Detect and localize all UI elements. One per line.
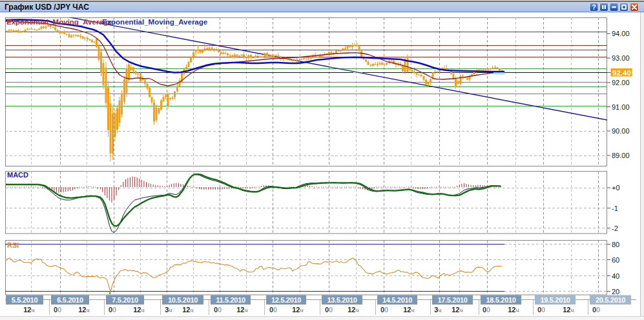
svg-text:12ч: 12ч	[348, 306, 358, 314]
svg-text:92.00: 92.00	[612, 79, 630, 86]
svg-text:12ч: 12ч	[452, 306, 462, 314]
svg-text:80: 80	[612, 241, 619, 248]
svg-text:92.40: 92.40	[612, 69, 631, 77]
svg-text:13.5.2010: 13.5.2010	[327, 296, 357, 304]
svg-text:40: 40	[612, 272, 619, 280]
svg-text:91.00: 91.00	[612, 103, 630, 111]
svg-text:12ч: 12ч	[292, 306, 303, 314]
svg-text:00: 00	[483, 306, 490, 314]
svg-text:93.00: 93.00	[612, 54, 630, 62]
svg-text:00: 00	[54, 306, 61, 314]
svg-text:6.5.2010: 6.5.2010	[57, 296, 83, 304]
svg-text:89.00: 89.00	[612, 152, 630, 159]
svg-text:12ч: 12ч	[23, 306, 34, 314]
svg-text:График USD /JPY ЧАС: График USD /JPY ЧАС	[5, 3, 89, 12]
svg-text:18.5.2010: 18.5.2010	[486, 296, 515, 304]
svg-text:00: 00	[592, 306, 600, 314]
svg-text:94.00: 94.00	[612, 30, 630, 37]
svg-text:12.5.2010: 12.5.2010	[271, 296, 301, 304]
svg-text:?: ?	[592, 3, 596, 11]
svg-text:12ч: 12ч	[508, 306, 519, 314]
svg-text:14.5.2010: 14.5.2010	[382, 296, 412, 304]
svg-text:RSI: RSI	[7, 241, 19, 249]
svg-text:10.5.2010: 10.5.2010	[168, 296, 198, 304]
svg-text:Exponential_Moving_Average: Exponential_Moving_Average	[102, 18, 207, 26]
svg-text:00: 00	[214, 306, 222, 314]
svg-text:12ч: 12ч	[403, 306, 414, 314]
svg-text:11.5.2010: 11.5.2010	[216, 296, 245, 304]
svg-text:+0: +0	[612, 184, 620, 192]
svg-text:7.5.2010: 7.5.2010	[112, 296, 138, 304]
svg-text:12ч: 12ч	[182, 306, 193, 314]
svg-text:60: 60	[612, 256, 619, 264]
svg-text:90.00: 90.00	[612, 127, 630, 135]
svg-text:00: 00	[325, 306, 333, 314]
svg-text:Exponential_Moving_Average: Exponential_Moving_Average	[6, 18, 112, 26]
svg-text:12ч: 12ч	[236, 306, 247, 314]
svg-text:-2: -2	[612, 225, 618, 232]
svg-text:12ч: 12ч	[78, 306, 89, 314]
svg-text:5.5.2010: 5.5.2010	[12, 296, 38, 304]
svg-text:MACD: MACD	[7, 171, 28, 179]
svg-text:20.5.2010: 20.5.2010	[596, 296, 625, 304]
svg-text:00: 00	[537, 306, 545, 314]
svg-text:17.5.2010: 17.5.2010	[437, 296, 467, 304]
svg-text:12ч: 12ч	[563, 306, 574, 314]
svg-text:19.5.2010: 19.5.2010	[540, 296, 570, 304]
svg-text:00: 00	[109, 306, 116, 314]
svg-text:00: 00	[380, 306, 388, 314]
svg-text:12ч: 12ч	[133, 306, 144, 314]
svg-text:20: 20	[612, 288, 619, 295]
svg-text:-1: -1	[612, 205, 618, 212]
svg-text:3ч: 3ч	[165, 306, 172, 314]
svg-text:3ч: 3ч	[434, 306, 441, 314]
svg-text:00: 00	[269, 306, 277, 314]
